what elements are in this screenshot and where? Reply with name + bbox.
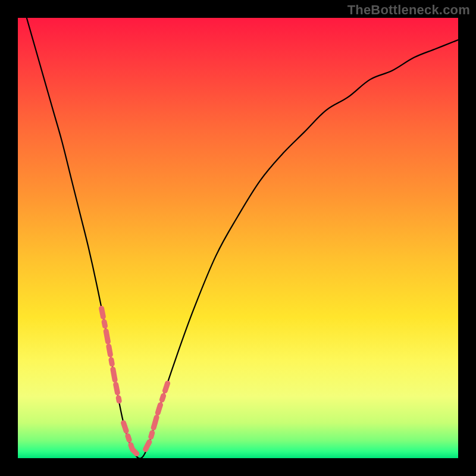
bottleneck-curve — [18, 18, 458, 458]
plot-area — [18, 18, 458, 458]
watermark-text: TheBottleneck.com — [347, 2, 470, 18]
highlight-segment — [146, 383, 168, 449]
highlight-segment — [124, 423, 137, 454]
highlight-segment — [102, 308, 120, 400]
chart-frame: TheBottleneck.com — [0, 0, 476, 476]
